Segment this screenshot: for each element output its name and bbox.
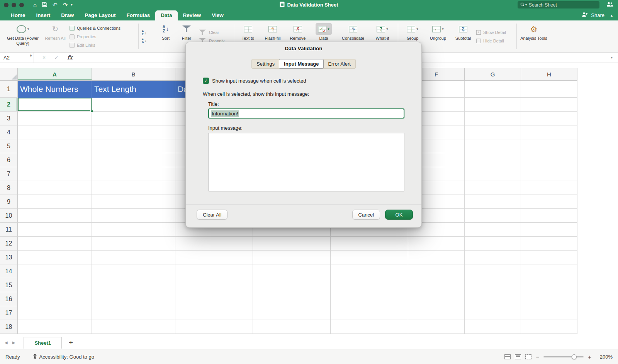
- cell-G16[interactable]: [465, 292, 521, 306]
- cell-D18[interactable]: [253, 320, 331, 334]
- cell-B12[interactable]: [92, 237, 175, 251]
- cell-G3[interactable]: [465, 112, 521, 125]
- cell-D15[interactable]: [253, 278, 331, 292]
- show-input-message-option[interactable]: ✓ Show input message when cell is select…: [203, 78, 306, 84]
- cell-F14[interactable]: [408, 264, 465, 278]
- properties-button[interactable]: Properties: [70, 33, 135, 41]
- subtotal-button[interactable]: Σ Subtotal: [452, 20, 474, 52]
- sort-button[interactable]: AZ↓ Sort: [156, 20, 175, 52]
- row-header-2[interactable]: 2: [0, 98, 18, 112]
- cell-F13[interactable]: [408, 251, 465, 264]
- customize-toolbar-icon[interactable]: ▾: [71, 3, 73, 7]
- ok-button[interactable]: OK: [385, 210, 413, 220]
- column-header-h[interactable]: H: [521, 68, 577, 81]
- cell-B6[interactable]: [92, 153, 175, 167]
- tab-formulas[interactable]: Formulas: [121, 10, 156, 20]
- cell-H7[interactable]: [521, 167, 577, 181]
- cell-H8[interactable]: [521, 181, 577, 195]
- cell-B18[interactable]: [92, 320, 175, 334]
- row-header-9[interactable]: 9: [0, 195, 18, 209]
- row-header-16[interactable]: 16: [0, 292, 18, 306]
- undo-icon[interactable]: ↶: [53, 2, 58, 8]
- formula-bar-expand-icon[interactable]: ▾: [611, 56, 613, 59]
- cell-G13[interactable]: [465, 251, 521, 264]
- cell-H10[interactable]: [521, 209, 577, 223]
- get-data-button[interactable]: ▾ Get Data (Power Query): [5, 20, 41, 52]
- cell-C14[interactable]: [175, 264, 253, 278]
- row-header-4[interactable]: 4: [0, 125, 18, 139]
- accessibility-status[interactable]: Accessibility: Good to go: [32, 354, 94, 360]
- cell-A8[interactable]: [18, 181, 92, 195]
- confirm-entry-icon[interactable]: ✓: [54, 54, 59, 61]
- insert-function-icon[interactable]: fx: [67, 54, 73, 61]
- cell-B3[interactable]: [92, 112, 175, 125]
- cell-H4[interactable]: [521, 125, 577, 139]
- cell-G4[interactable]: [465, 125, 521, 139]
- cell-D17[interactable]: [253, 306, 331, 320]
- input-message-textarea[interactable]: [208, 133, 404, 191]
- cell-F15[interactable]: [408, 278, 465, 292]
- cell-C16[interactable]: [175, 292, 253, 306]
- cell-G8[interactable]: [465, 181, 521, 195]
- dialog-tab-error-alert[interactable]: Error Alert: [323, 59, 355, 68]
- cell-F17[interactable]: [408, 306, 465, 320]
- add-sheet-button[interactable]: +: [69, 339, 73, 346]
- fill-handle[interactable]: [90, 110, 93, 113]
- cell-A5[interactable]: [18, 139, 92, 153]
- show-detail-button[interactable]: +Show Detail: [476, 29, 513, 36]
- tab-home[interactable]: Home: [5, 10, 31, 20]
- cell-A12[interactable]: [18, 237, 92, 251]
- cell-B8[interactable]: [92, 181, 175, 195]
- cell-F18[interactable]: [408, 320, 465, 334]
- cancel-button[interactable]: Cancel: [352, 210, 380, 220]
- cell-H9[interactable]: [521, 195, 577, 209]
- cell-G18[interactable]: [465, 320, 521, 334]
- cell-H13[interactable]: [521, 251, 577, 264]
- zoom-slider[interactable]: [543, 354, 584, 359]
- zoom-out-icon[interactable]: −: [536, 354, 539, 360]
- cell-B13[interactable]: [92, 251, 175, 264]
- name-box[interactable]: A2 ▴▾: [0, 52, 34, 63]
- ungroup-button[interactable]: ←▾ Ungroup: [426, 20, 450, 52]
- cell-H2[interactable]: [521, 98, 577, 112]
- name-box-stepper[interactable]: ▴▾: [30, 54, 32, 58]
- maximize-button[interactable]: [19, 3, 24, 7]
- row-header-3[interactable]: 3: [0, 112, 18, 125]
- cell-C13[interactable]: [175, 251, 253, 264]
- row-header-18[interactable]: 18: [0, 320, 18, 334]
- cancel-entry-icon[interactable]: ×: [42, 54, 46, 61]
- queries-connections-button[interactable]: Queries & Connections: [70, 25, 135, 32]
- edit-links-button[interactable]: Edit Links: [70, 42, 135, 49]
- save-icon[interactable]: [42, 2, 47, 8]
- cell-G9[interactable]: [465, 195, 521, 209]
- refresh-all-button[interactable]: ↻ Refresh All: [43, 20, 67, 52]
- sort-ascending-button[interactable]: AZ↓: [142, 30, 154, 36]
- cell-D12[interactable]: [253, 237, 331, 251]
- cell-B1[interactable]: Text Length: [92, 81, 175, 98]
- cell-G15[interactable]: [465, 278, 521, 292]
- zoom-level[interactable]: 200%: [596, 354, 613, 360]
- cell-B7[interactable]: [92, 167, 175, 181]
- home-icon[interactable]: ⌂: [33, 2, 37, 8]
- cell-B14[interactable]: [92, 264, 175, 278]
- cell-A9[interactable]: [18, 195, 92, 209]
- normal-view-icon[interactable]: [504, 354, 511, 359]
- tab-view[interactable]: View: [206, 10, 229, 20]
- row-header-13[interactable]: 13: [0, 251, 18, 264]
- cell-B9[interactable]: [92, 195, 175, 209]
- hide-detail-button[interactable]: −Hide Detail: [476, 37, 513, 45]
- cell-H1[interactable]: [521, 81, 577, 98]
- cell-B10[interactable]: [92, 209, 175, 223]
- page-layout-view-icon[interactable]: [515, 354, 521, 359]
- cell-E15[interactable]: [331, 278, 408, 292]
- row-header-6[interactable]: 6: [0, 153, 18, 167]
- clear-all-button[interactable]: Clear All: [197, 210, 228, 220]
- cell-A14[interactable]: [18, 264, 92, 278]
- cell-H18[interactable]: [521, 320, 577, 334]
- cell-B15[interactable]: [92, 278, 175, 292]
- dialog-tab-input-message[interactable]: Input Message: [279, 59, 324, 69]
- cell-B17[interactable]: [92, 306, 175, 320]
- row-header-17[interactable]: 17: [0, 306, 18, 320]
- cell-A18[interactable]: [18, 320, 92, 334]
- cell-G14[interactable]: [465, 264, 521, 278]
